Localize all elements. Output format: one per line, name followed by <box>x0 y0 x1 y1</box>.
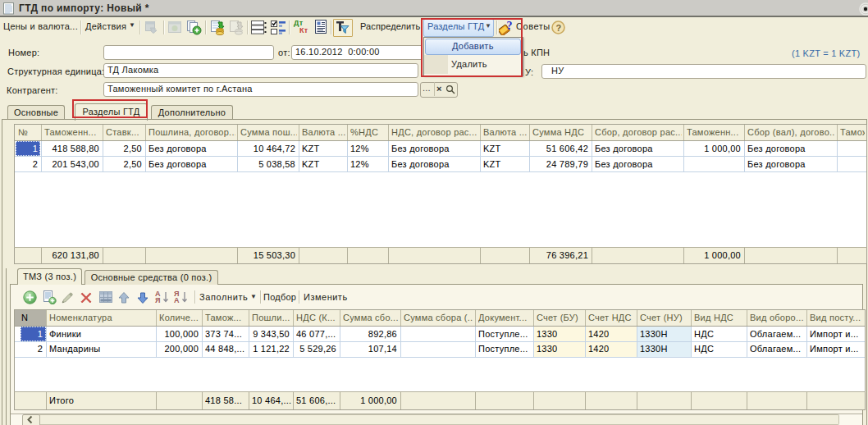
svg-text:?: ? <box>556 23 562 33</box>
